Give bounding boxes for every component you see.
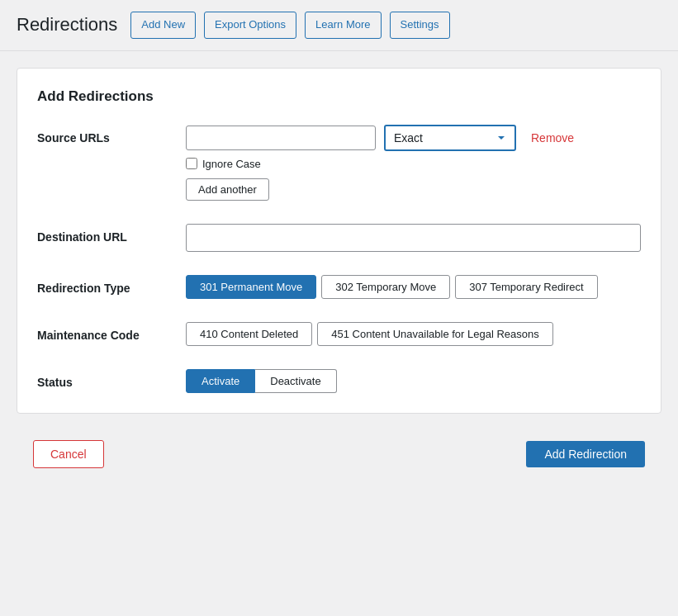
type-buttons: 301 Permanent Move 302 Temporary Move 30… xyxy=(186,275,641,299)
card-title: Add Redirections xyxy=(37,88,641,105)
match-type-select[interactable]: Exact Regex Plain xyxy=(384,125,516,151)
export-options-button[interactable]: Export Options xyxy=(204,12,296,39)
add-redirection-button[interactable]: Add Redirection xyxy=(526,441,645,467)
source-urls-control: Exact Regex Plain Remove Ignore Case Add… xyxy=(186,125,641,201)
ignore-case-row: Ignore Case xyxy=(186,158,641,170)
destination-url-label: Destination URL xyxy=(37,224,186,244)
cancel-button[interactable]: Cancel xyxy=(33,440,104,468)
ignore-case-checkbox[interactable] xyxy=(186,158,197,169)
status-control: Activate Deactivate xyxy=(186,369,641,393)
settings-button[interactable]: Settings xyxy=(390,12,450,39)
remove-link[interactable]: Remove xyxy=(531,131,574,145)
ignore-case-label[interactable]: Ignore Case xyxy=(202,158,261,170)
maintenance-code-label: Maintenance Code xyxy=(37,322,186,342)
destination-url-control xyxy=(186,224,641,252)
learn-more-button[interactable]: Learn More xyxy=(305,12,381,39)
activate-button[interactable]: Activate xyxy=(186,369,255,393)
status-buttons: Activate Deactivate xyxy=(186,369,641,393)
page-title: Redirections xyxy=(17,14,117,36)
redirection-type-row: Redirection Type 301 Permanent Move 302 … xyxy=(37,275,641,299)
maintenance-buttons: 410 Content Deleted 451 Content Unavaila… xyxy=(186,322,641,346)
status-label: Status xyxy=(37,369,186,389)
add-new-button[interactable]: Add New xyxy=(130,12,196,39)
add-another-button[interactable]: Add another xyxy=(186,178,269,201)
maintenance-code-control: 410 Content Deleted 451 Content Unavaila… xyxy=(186,322,641,346)
maintenance-410-button[interactable]: 410 Content Deleted xyxy=(186,322,312,346)
redirection-type-control: 301 Permanent Move 302 Temporary Move 30… xyxy=(186,275,641,299)
main-content: Add Redirections Source URLs Exact Regex… xyxy=(0,51,678,498)
maintenance-code-row: Maintenance Code 410 Content Deleted 451… xyxy=(37,322,641,346)
destination-url-input[interactable] xyxy=(186,224,641,252)
redirection-type-label: Redirection Type xyxy=(37,275,186,295)
source-urls-row: Source URLs Exact Regex Plain Remove Ign… xyxy=(37,125,641,201)
maintenance-451-button[interactable]: 451 Content Unavailable for Legal Reason… xyxy=(317,322,553,346)
source-url-inputs: Exact Regex Plain Remove xyxy=(186,125,641,151)
source-url-input[interactable] xyxy=(186,126,376,150)
deactivate-button[interactable]: Deactivate xyxy=(255,369,336,393)
destination-url-row: Destination URL xyxy=(37,224,641,252)
type-302-button[interactable]: 302 Temporary Move xyxy=(321,275,450,299)
add-redirections-card: Add Redirections Source URLs Exact Regex… xyxy=(17,68,661,414)
type-307-button[interactable]: 307 Temporary Redirect xyxy=(455,275,598,299)
type-301-button[interactable]: 301 Permanent Move xyxy=(186,275,316,299)
status-row: Status Activate Deactivate xyxy=(37,369,641,393)
page-header: Redirections Add New Export Options Lear… xyxy=(0,0,678,51)
source-urls-label: Source URLs xyxy=(37,125,186,145)
footer: Cancel Add Redirection xyxy=(17,427,661,481)
